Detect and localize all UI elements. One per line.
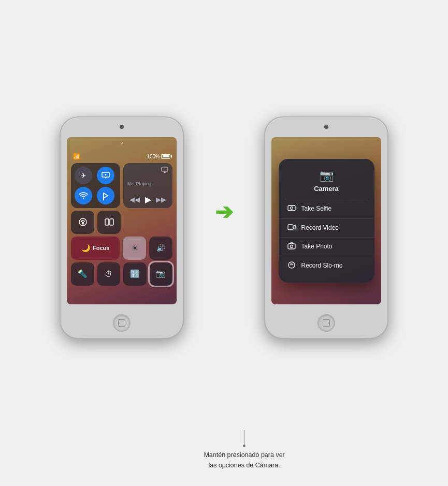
brightness-btn[interactable]: ☀ [123,237,146,260]
callout-dot [243,445,245,447]
take-photo-item[interactable]: Take Photo [279,238,374,256]
screen-right: 📷 Camera Take Selfie [271,137,381,304]
take-selfie-item[interactable]: Take Selfie [279,199,374,219]
battery-icon [161,154,170,159]
home-button-left[interactable] [113,314,131,332]
wifi-status-icon: 📶 [73,153,80,160]
connectivity-box: ✈ [71,163,120,208]
svg-rect-9 [288,225,293,230]
focus-label: Focus [93,245,109,251]
media-controls: ◀◀ ▶ ▶▶ [127,195,168,204]
svg-rect-6 [110,219,113,225]
cc-third-row: 🌙 Focus ☀ 🔊 [71,237,172,260]
svg-point-12 [288,262,295,268]
timer-btn[interactable]: ⏱ [97,262,121,286]
svg-rect-7 [288,205,295,211]
record-video-item[interactable]: Record Video [279,219,374,238]
cc-fourth-row: 🔦 ⏱ 🔢 📷 [71,262,172,286]
cc-second-row [71,211,172,234]
focus-btn[interactable]: 🌙 Focus [71,237,120,260]
control-center: ˅ 📶 100% ✈ [67,137,177,304]
bluetooth-btn[interactable] [97,187,114,204]
screen-mirror-btn[interactable] [97,211,121,234]
svg-rect-10 [288,244,295,249]
camera-popup-header: 📷 Camera [285,166,368,199]
airplay-btn[interactable] [97,167,114,184]
calculator-btn[interactable]: 🔢 [123,262,147,286]
ipod-left: ˅ 📶 100% ✈ [60,116,184,339]
right-arrow: ➔ [215,199,233,225]
rewind-btn[interactable]: ◀◀ [129,196,140,203]
battery-status: 100% [147,154,170,159]
svg-point-0 [105,174,107,175]
cc-top-row: ✈ [71,163,172,208]
volume-btn[interactable]: 🔊 [149,237,172,260]
record-slomo-icon [287,261,296,271]
take-selfie-label: Take Selfie [301,205,332,212]
callout-line [244,430,244,445]
arrow-container: ➔ [215,116,233,225]
svg-rect-2 [162,167,168,171]
record-slomo-item[interactable]: Record Slo-mo [279,256,374,275]
svg-rect-4 [82,222,84,225]
svg-point-1 [83,197,84,198]
home-button-right[interactable] [317,314,335,332]
front-camera-right [324,125,328,129]
media-airplay-icon[interactable] [127,167,168,173]
record-video-label: Record Video [301,224,339,231]
chevron-icon: ˅ [120,141,124,151]
screen-left: ˅ 📶 100% ✈ [67,137,177,304]
camera-btn[interactable]: 📷 [150,262,173,286]
camera-popup-icon: 📷 [320,169,334,183]
camera-popup: 📷 Camera Take Selfie [279,159,374,283]
record-video-icon [287,224,296,232]
media-box: Not Playing ◀◀ ▶ ▶▶ [123,163,172,208]
fast-forward-btn[interactable]: ▶▶ [156,196,166,203]
take-photo-label: Take Photo [301,243,333,250]
caption-line2: las opciones de Cámara. [208,462,280,469]
camera-popup-title: Camera [314,185,339,193]
status-bar: 📶 100% [71,153,172,160]
caption-container: Mantén presionado para ver las opciones … [204,430,284,470]
svg-rect-5 [105,219,109,225]
portrait-lock-btn[interactable] [71,211,94,234]
wifi-btn[interactable] [75,187,92,204]
take-photo-icon [287,242,296,251]
svg-point-8 [290,207,293,209]
take-selfie-icon [287,204,296,214]
caption-line1: Mantén presionado para ver [204,451,284,459]
main-container: ˅ 📶 100% ✈ [60,116,388,370]
battery-percent: 100% [147,154,160,159]
airplane-mode-btn[interactable]: ✈ [75,167,92,184]
camera-menu-overlay: 📷 Camera Take Selfie [271,137,381,304]
not-playing-label: Not Playing [127,181,168,186]
play-btn[interactable]: ▶ [145,195,151,204]
flashlight-btn[interactable]: 🔦 [71,262,94,286]
ipod-right: 📷 Camera Take Selfie [264,116,388,339]
caption-text: Mantén presionado para ver las opciones … [204,450,284,470]
front-camera-left [120,125,124,129]
svg-point-11 [290,245,293,247]
record-slomo-label: Record Slo-mo [301,262,343,269]
